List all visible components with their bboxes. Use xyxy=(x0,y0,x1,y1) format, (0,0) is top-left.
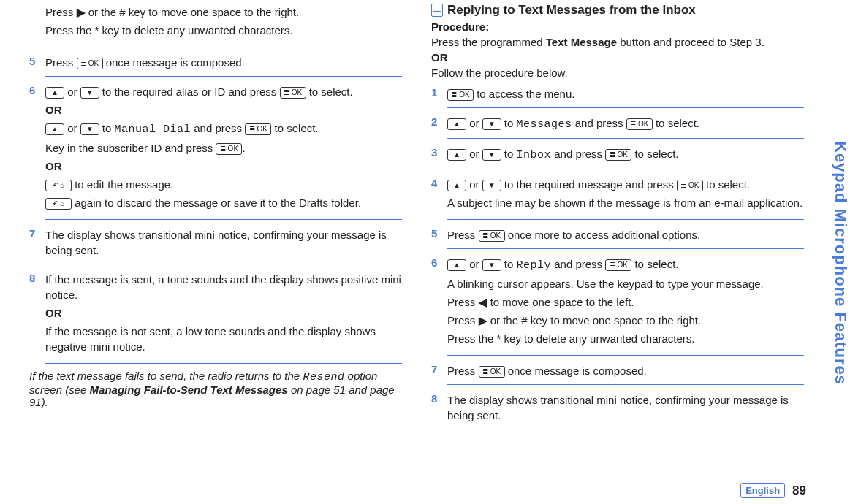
text: to move one space to the left. xyxy=(490,296,634,308)
menu-option: Messages xyxy=(517,118,572,131)
pre-step-continuation: Press ▶ or the # key to move one space t… xyxy=(29,0,402,45)
text: Press the programmed xyxy=(431,36,546,48)
side-tab-title: Keypad Microphone Features xyxy=(821,44,850,482)
ok-key-icon: ≣ OK xyxy=(245,123,271,135)
text: or the # key to move one space to the ri… xyxy=(490,314,702,327)
back-key-icon: ↶ ⌂ xyxy=(45,198,72,210)
step-number: 5 xyxy=(29,55,45,70)
text: or xyxy=(469,178,479,191)
left-arrow-icon: ◀ xyxy=(479,296,487,308)
step-number: 6 xyxy=(431,256,447,349)
back-key-icon: ↶ ⌂ xyxy=(45,180,72,191)
document-icon xyxy=(431,4,443,17)
text: and press xyxy=(554,258,602,270)
separator xyxy=(447,169,804,169)
step-number: 2 xyxy=(431,115,447,132)
separator xyxy=(45,76,402,77)
text: or xyxy=(469,117,479,129)
text: or xyxy=(67,85,77,98)
separator xyxy=(447,138,804,139)
step-number: 3 xyxy=(431,146,447,163)
left-column: Press ▶ or the # key to move one space t… xyxy=(22,0,409,482)
text: to the required alias or ID and press xyxy=(102,85,276,98)
text: to select. xyxy=(634,148,678,160)
up-key-icon: ▲ xyxy=(447,180,466,191)
step-number: 1 xyxy=(431,86,447,102)
ok-key-icon: ≣ OK xyxy=(479,230,505,242)
ok-key-icon: ≣ OK xyxy=(479,366,505,378)
step-number: 4 xyxy=(431,177,447,213)
text: once message is composed. xyxy=(508,364,647,377)
menu-option: Reply xyxy=(517,259,552,272)
text: to edit the message. xyxy=(75,178,173,191)
ok-key-icon: ≣ OK xyxy=(605,149,631,161)
text: Key in the subscriber ID and press xyxy=(45,142,213,154)
text: Press xyxy=(447,296,475,308)
step-5: 5 Press ≣ OK once more to access additio… xyxy=(431,223,804,247)
step-8: 8 The display shows transitional mini no… xyxy=(431,388,804,427)
text: to access the menu. xyxy=(477,88,574,100)
ok-key-icon: ≣ OK xyxy=(280,87,306,99)
text: If the message is sent, a tone sounds an… xyxy=(45,272,402,302)
text: Follow the procedure below. xyxy=(431,66,804,79)
right-arrow-icon: ▶ xyxy=(479,314,487,327)
text: to select. xyxy=(634,258,678,270)
up-key-icon: ▲ xyxy=(45,123,64,135)
text: or xyxy=(469,148,479,160)
procedure-intro: Press the programmed Text Message button… xyxy=(431,36,804,48)
menu-option: Inbox xyxy=(517,149,552,161)
step-8: 8 If the message is sent, a tone sounds … xyxy=(29,267,402,362)
menu-option: Resend xyxy=(303,371,344,383)
section-heading: Replying to Text Messages from the Inbox xyxy=(431,0,804,20)
text: Press xyxy=(447,364,475,377)
separator xyxy=(447,355,804,356)
up-key-icon: ▲ xyxy=(447,149,466,161)
text: to xyxy=(102,122,112,134)
text: Press the * key to delete any unwanted c… xyxy=(447,331,804,346)
ok-key-icon: ≣ OK xyxy=(677,180,703,191)
text: to select. xyxy=(309,85,353,98)
text: button and proceed to Step 3. xyxy=(617,36,764,48)
text: If the text message fails to send, the r… xyxy=(29,370,303,382)
procedure-label: Procedure: xyxy=(431,20,804,33)
text: or the # key to move one space to the ri… xyxy=(88,6,300,18)
or-label: OR xyxy=(45,102,402,118)
text: Press xyxy=(45,56,73,69)
text: to select. xyxy=(274,122,318,134)
text: to the required message and press xyxy=(504,178,674,191)
or-label: OR xyxy=(45,159,402,174)
up-key-icon: ▲ xyxy=(447,259,466,271)
page-content: Press ▶ or the # key to move one space t… xyxy=(0,0,850,482)
heading-text: Replying to Text Messages from the Inbox xyxy=(447,3,696,18)
right-arrow-icon: ▶ xyxy=(77,6,86,18)
down-key-icon: ▼ xyxy=(482,118,501,130)
step-number: 8 xyxy=(431,392,447,423)
text: Press xyxy=(45,6,73,18)
text: and press xyxy=(554,148,602,160)
text: again to discard the message or save it … xyxy=(75,196,361,209)
text: or xyxy=(469,258,479,270)
down-key-icon: ▼ xyxy=(80,87,99,99)
ok-key-icon: ≣ OK xyxy=(605,259,631,271)
step-4: 4 ▲ or ▼ to the required message and pre… xyxy=(431,172,804,218)
step-3: 3 ▲ or ▼ to Inbox and press ≣ OK to sele… xyxy=(431,142,804,167)
footer-note: If the text message fails to send, the r… xyxy=(29,370,402,408)
step-text: The display shows transitional mini noti… xyxy=(447,392,804,423)
ok-key-icon: ≣ OK xyxy=(216,143,242,155)
step-6: 6 ▲ or ▼ to the required alias or ID and… xyxy=(29,80,402,218)
separator xyxy=(45,264,402,264)
page-footer: English 89 xyxy=(740,483,806,498)
step-5: 5 Press ≣ OK once message is composed. xyxy=(29,50,402,75)
down-key-icon: ▼ xyxy=(482,180,501,191)
text: Press xyxy=(447,314,475,327)
cross-ref: Managing Fail-to-Send Text Messages xyxy=(90,383,288,396)
ok-key-icon: ≣ OK xyxy=(447,89,474,101)
text: to select. xyxy=(706,178,750,191)
text: Press xyxy=(447,229,475,241)
separator xyxy=(447,107,804,108)
separator xyxy=(447,219,804,220)
down-key-icon: ▼ xyxy=(482,149,501,161)
separator xyxy=(45,47,402,47)
text: to xyxy=(504,148,514,160)
right-column: Replying to Text Messages from the Inbox… xyxy=(424,0,811,482)
